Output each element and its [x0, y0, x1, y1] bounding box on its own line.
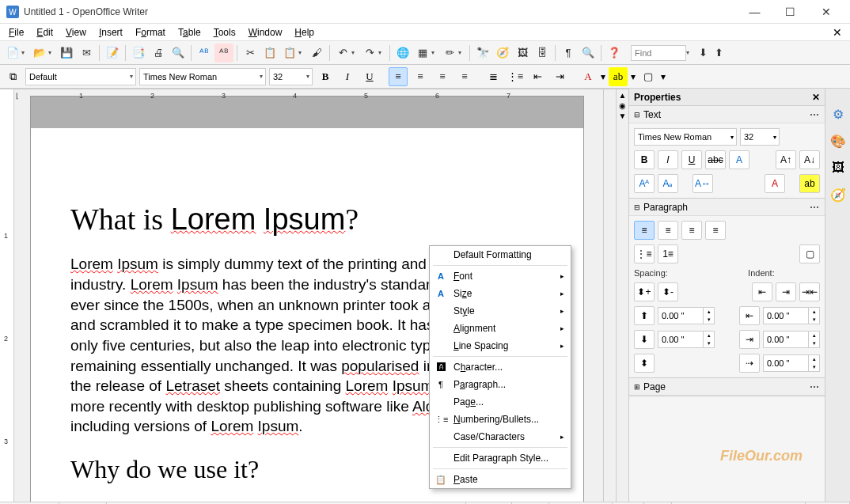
menu-edit[interactable]: Edit	[31, 25, 59, 40]
undo-button[interactable]: ↶	[333, 44, 352, 63]
table-button[interactable]: ▦	[413, 44, 432, 63]
close-doc-button[interactable]: ✕	[828, 26, 847, 39]
indent-right-input[interactable]: 0.00 "▴▾	[763, 331, 820, 348]
cut-button[interactable]: ✂	[241, 44, 260, 63]
panel-align-center[interactable]: ≡	[658, 221, 678, 240]
panel-align-justify[interactable]: ≡	[705, 221, 726, 240]
panel-bullets-button[interactable]: ⋮≡	[634, 244, 655, 263]
cm-style[interactable]: Style▸	[430, 302, 571, 320]
hanging-indent-button[interactable]: ⇥⇤	[799, 282, 820, 301]
panel-underline-button[interactable]: U	[681, 150, 702, 169]
format-paintbrush-button[interactable]: 🖌	[307, 44, 326, 63]
text-more-icon[interactable]: ⋯	[810, 109, 820, 120]
vertical-ruler[interactable]: 1 2 3	[0, 89, 14, 502]
increase-indent-panel-button[interactable]: ⇥	[776, 282, 796, 301]
align-right-button[interactable]: ≡	[433, 67, 452, 86]
paragraph-style-combo[interactable]: Default▾	[25, 68, 136, 85]
paragraph-section-header[interactable]: ⊟Paragraph⋯	[629, 199, 825, 216]
italic-button[interactable]: I	[338, 67, 357, 86]
edit-file-button[interactable]: 📝	[103, 44, 122, 63]
save-button[interactable]: 💾	[57, 44, 76, 63]
draw-functions-button[interactable]: ✏	[440, 44, 459, 63]
cm-page[interactable]: Page...	[430, 393, 571, 411]
menu-window[interactable]: Window	[243, 25, 288, 40]
decrease-spacing-button[interactable]: ⬍-	[658, 282, 678, 301]
minimize-button[interactable]: —	[737, 0, 772, 24]
paragraph-more-icon[interactable]: ⋯	[810, 202, 820, 213]
panel-font-color-button[interactable]: A	[765, 174, 785, 193]
redo-button[interactable]: ↷	[360, 44, 379, 63]
menu-view[interactable]: View	[60, 25, 92, 40]
spacing-above-input[interactable]: 0.00 "▴▾	[658, 307, 715, 324]
close-panel-button[interactable]: ✕	[812, 92, 820, 103]
zoom-button[interactable]: 🔍	[579, 44, 598, 63]
print-button[interactable]: 🖨	[149, 44, 168, 63]
bullet-list-button[interactable]: ⋮≡	[506, 67, 525, 86]
text-section-header[interactable]: ⊟Text⋯	[629, 106, 825, 123]
panel-grow-font-button[interactable]: A↑	[776, 150, 796, 169]
background-color-button[interactable]: ▢	[639, 67, 658, 86]
cm-size[interactable]: ASize▸	[430, 285, 571, 302]
increase-indent-button[interactable]: ⇥	[550, 67, 569, 86]
tab-gallery[interactable]: 🖼	[829, 158, 848, 177]
horizontal-ruler[interactable]: ⌊ 1 2 3 4 5 6 7	[0, 89, 628, 89]
menu-help[interactable]: Help	[289, 25, 320, 40]
cm-edit-paragraph-style[interactable]: Edit Paragraph Style...	[430, 449, 571, 467]
menu-format[interactable]: Format	[130, 25, 171, 40]
underline-button[interactable]: U	[360, 67, 379, 86]
page-section-header[interactable]: ⊞Page⋯	[629, 378, 825, 396]
nav-down-icon[interactable]: ▼	[619, 112, 627, 120]
cm-font[interactable]: AFont▸	[430, 267, 571, 285]
menu-insert[interactable]: Insert	[93, 25, 128, 40]
menu-tools[interactable]: Tools	[208, 25, 241, 40]
align-center-button[interactable]: ≡	[411, 67, 430, 86]
panel-size-combo[interactable]: 32▾	[740, 128, 780, 146]
copy-button[interactable]: 📋	[260, 44, 279, 63]
gallery-button[interactable]: 🖼	[513, 44, 532, 63]
spacing-below-input[interactable]: 0.00 "▴▾	[658, 331, 715, 348]
panel-align-left[interactable]: ≡	[634, 221, 655, 240]
page-more-icon[interactable]: ⋯	[810, 381, 820, 392]
highlight-button[interactable]: ab	[609, 67, 628, 86]
panel-spacing-button[interactable]: A↔	[693, 174, 713, 193]
tab-navigator[interactable]: 🧭	[829, 185, 848, 204]
panel-font-combo[interactable]: Times New Roman▾	[634, 128, 737, 146]
cm-numbering-bullets[interactable]: ⋮≡Numbering/Bullets...	[430, 411, 571, 428]
spellcheck-button[interactable]: ᴬᴮ	[195, 44, 214, 63]
panel-shadow-button[interactable]: A	[729, 150, 749, 169]
find-prev-button[interactable]: ⬆	[711, 44, 726, 63]
align-left-button[interactable]: ≡	[389, 67, 408, 86]
panel-numbering-button[interactable]: 1≡	[658, 244, 678, 263]
find-next-button[interactable]: ⬇	[696, 44, 710, 63]
autocheck-button[interactable]: ᴬᴮ	[214, 44, 233, 63]
help-button[interactable]: ❓	[605, 44, 624, 63]
font-size-combo[interactable]: 32▾	[269, 68, 313, 85]
find-replace-button[interactable]: 🔭	[473, 44, 492, 63]
cm-paste[interactable]: 📋Paste	[430, 471, 571, 488]
panel-bold-button[interactable]: B	[634, 150, 655, 169]
cm-case-characters[interactable]: Case/Characters▸	[430, 428, 571, 445]
tab-properties[interactable]: ⚙	[829, 104, 848, 123]
cm-alignment[interactable]: Alignment▸	[430, 320, 571, 337]
cm-default-formatting[interactable]: Default Formatting	[430, 246, 571, 263]
panel-highlight-button[interactable]: ab	[799, 174, 820, 193]
decrease-indent-panel-button[interactable]: ⇤	[752, 282, 772, 301]
panel-align-right[interactable]: ≡	[681, 221, 702, 240]
vertical-scrollbar[interactable]	[603, 89, 616, 502]
nonprinting-chars-button[interactable]: ¶	[559, 44, 578, 63]
panel-italic-button[interactable]: I	[658, 150, 678, 169]
print-preview-button[interactable]: 🔍	[169, 44, 188, 63]
find-dropdown[interactable]: ▾	[686, 49, 694, 56]
cm-character[interactable]: 🅰Character...	[430, 358, 571, 376]
styles-dialog-button[interactable]: ⧉	[3, 67, 22, 86]
close-window-button[interactable]: ✕	[808, 0, 844, 24]
cm-line-spacing[interactable]: Line Spacing▸	[430, 337, 571, 354]
paste-button[interactable]: 📋	[280, 44, 299, 63]
panel-superscript-button[interactable]: Aᴬ	[634, 174, 655, 193]
panel-strike-button[interactable]: abc	[705, 150, 726, 169]
font-name-combo[interactable]: Times New Roman▾	[139, 68, 266, 85]
maximize-button[interactable]: ☐	[772, 0, 808, 24]
numbered-list-button[interactable]: ≣	[484, 67, 503, 86]
document-heading1[interactable]: What is Lorem Ipsum?	[70, 199, 544, 240]
panel-shrink-font-button[interactable]: A↓	[799, 150, 820, 169]
